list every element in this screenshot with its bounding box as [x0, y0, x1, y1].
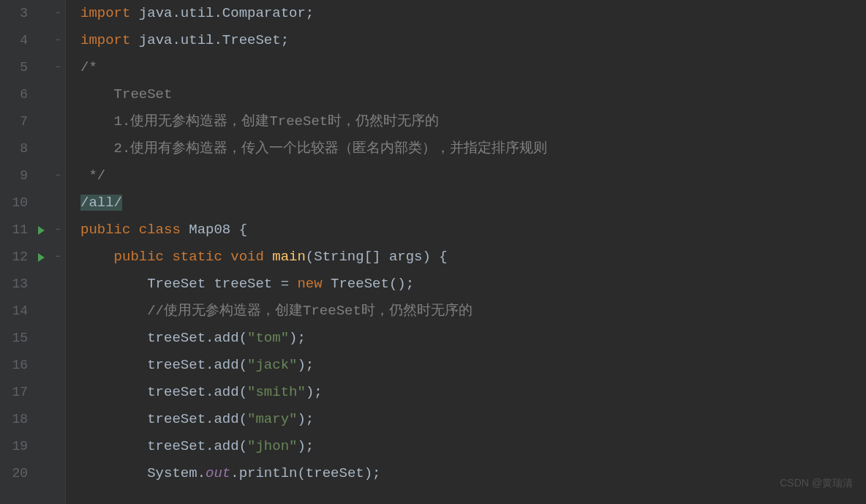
code-line[interactable]: System.out.println(treeSet);	[80, 460, 866, 487]
token-plain: treeSet.add(	[80, 384, 247, 400]
line-number: 20	[0, 460, 34, 487]
gutter-line[interactable]: 11−	[0, 217, 65, 244]
code-line[interactable]: treeSet.add("jhon");	[80, 433, 866, 460]
line-number: 18	[0, 406, 34, 433]
line-number: 6	[0, 81, 34, 108]
gutter-line[interactable]: 8	[0, 135, 65, 162]
code-line[interactable]: import java.util.Comparator;	[80, 0, 866, 27]
line-number: 7	[0, 108, 34, 135]
token-kw: new	[297, 276, 331, 292]
token-str: "mary"	[247, 411, 297, 427]
line-number: 3	[0, 0, 34, 27]
gutter-line[interactable]: 7	[0, 108, 65, 135]
code-line[interactable]: treeSet.add("mary");	[80, 406, 866, 433]
token-plain: treeSet.add(	[80, 357, 247, 373]
gutter-line[interactable]: 4−	[0, 27, 65, 54]
line-number: 19	[0, 433, 34, 460]
run-icon[interactable]	[38, 253, 45, 262]
fold-icon[interactable]: −	[53, 162, 62, 189]
token-method-decl: main	[272, 249, 306, 265]
code-line[interactable]: /all/	[80, 189, 866, 217]
gutter-line[interactable]: 15	[0, 325, 65, 352]
gutter-line[interactable]: 13	[0, 271, 65, 298]
token-str: "jack"	[247, 357, 297, 373]
fold-icon[interactable]: −	[53, 217, 62, 244]
code-line[interactable]: //使用无参构造器，创建TreeSet时，仍然时无序的	[80, 298, 866, 325]
token-plain: (String[] args) {	[306, 249, 448, 265]
gutter-line[interactable]: 3−	[0, 0, 65, 27]
code-line[interactable]: */	[80, 162, 866, 189]
token-str: "smith"	[247, 384, 306, 400]
token-plain: treeSet.add(	[80, 438, 247, 454]
gutter-line[interactable]: 6	[0, 81, 65, 108]
gutter-line[interactable]: 17	[0, 379, 65, 406]
token-plain: System.	[80, 465, 206, 481]
line-number: 12	[0, 244, 34, 271]
token-kw: public static void	[114, 249, 273, 265]
token-plain: treeSet.add(	[80, 330, 247, 346]
token-comment: TreeSet	[80, 86, 172, 102]
token-str: "jhon"	[247, 438, 297, 454]
line-number: 8	[0, 135, 34, 162]
line-number: 16	[0, 352, 34, 379]
token-plain: );	[297, 438, 314, 454]
token-plain: );	[297, 357, 314, 373]
token-comment: */	[80, 168, 105, 184]
token-plain: TreeSet treeSet =	[80, 276, 297, 292]
code-area[interactable]: import java.util.Comparator;import java.…	[66, 0, 866, 504]
token-plain: java.util.TreeSet;	[139, 32, 289, 48]
line-number: 15	[0, 325, 34, 352]
token-kw: public class	[80, 222, 189, 238]
gutter-line[interactable]: 12−	[0, 244, 65, 271]
fold-icon[interactable]: −	[53, 0, 62, 27]
token-plain	[80, 303, 147, 319]
watermark: CSDN @黄瑞清	[780, 470, 853, 497]
gutter-line[interactable]: 20	[0, 460, 65, 487]
line-number: 14	[0, 298, 34, 325]
gutter-line[interactable]: 16	[0, 352, 65, 379]
token-comment: //使用无参构造器，创建TreeSet时，仍然时无序的	[147, 303, 472, 319]
token-plain	[80, 249, 114, 265]
token-comment: /*	[80, 59, 97, 75]
gutter-line[interactable]: 19	[0, 433, 65, 460]
token-plain: Map08 {	[189, 222, 247, 238]
token-kw: import	[80, 5, 139, 21]
token-plain: treeSet.add(	[80, 411, 247, 427]
token-plain: .println(treeSet);	[230, 465, 380, 481]
token-plain: java.util.Comparator;	[139, 5, 314, 21]
gutter-line[interactable]: 5−	[0, 54, 65, 81]
token-comment: 2.使用有参构造器，传入一个比较器（匿名内部类），并指定排序规则	[80, 140, 547, 157]
fold-icon[interactable]: −	[53, 244, 62, 271]
fold-icon[interactable]: −	[53, 54, 62, 81]
gutter-line[interactable]: 14	[0, 298, 65, 325]
token-plain: );	[306, 384, 323, 400]
token-suppressed: /all/	[80, 195, 122, 211]
code-line[interactable]: treeSet.add("jack");	[80, 352, 866, 379]
code-line[interactable]: TreeSet treeSet = new TreeSet();	[80, 271, 866, 298]
code-line[interactable]: 1.使用无参构造器，创建TreeSet时，仍然时无序的	[80, 108, 866, 135]
gutter: 3−4−5−6789−1011−12−1314151617181920	[0, 0, 66, 504]
line-number: 13	[0, 271, 34, 298]
code-line[interactable]: import java.util.TreeSet;	[80, 27, 866, 54]
run-icon[interactable]	[38, 226, 45, 235]
gutter-line[interactable]: 18	[0, 406, 65, 433]
code-line[interactable]: treeSet.add("smith");	[80, 379, 866, 406]
gutter-line[interactable]: 10	[0, 189, 65, 217]
code-editor: 3−4−5−6789−1011−12−1314151617181920 impo…	[0, 0, 866, 504]
gutter-line[interactable]: 9−	[0, 162, 65, 189]
code-line[interactable]: 2.使用有参构造器，传入一个比较器（匿名内部类），并指定排序规则	[80, 135, 866, 162]
line-number: 10	[0, 189, 34, 217]
fold-icon[interactable]: −	[53, 27, 62, 54]
code-line[interactable]: TreeSet	[80, 81, 866, 108]
token-str: "tom"	[247, 330, 289, 346]
token-comment: 1.使用无参构造器，创建TreeSet时，仍然时无序的	[80, 113, 439, 129]
code-line[interactable]: treeSet.add("tom");	[80, 325, 866, 352]
line-number: 17	[0, 379, 34, 406]
line-number: 5	[0, 54, 34, 81]
code-line[interactable]: public static void main(String[] args) {	[80, 244, 866, 271]
line-number: 9	[0, 162, 34, 189]
token-kw: import	[80, 32, 139, 48]
token-plain: );	[297, 411, 314, 427]
code-line[interactable]: /*	[80, 54, 866, 81]
code-line[interactable]: public class Map08 {	[80, 217, 866, 244]
